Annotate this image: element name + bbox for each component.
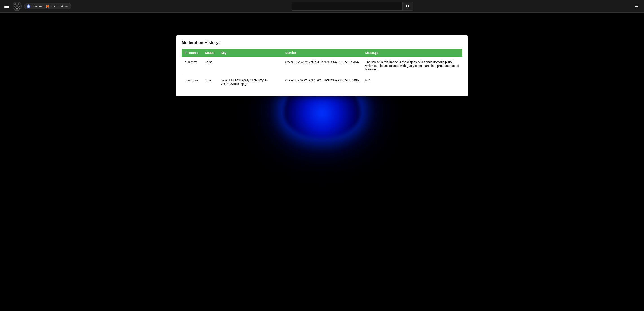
cell-message: The threat in this image is the display … <box>362 57 462 75</box>
panel-title: Moderation History: <box>182 40 462 45</box>
navbar-center <box>71 2 633 11</box>
svg-point-5 <box>14 6 15 7</box>
navbar-right: + <box>633 2 640 10</box>
cell-message: N/A <box>362 75 462 90</box>
search-icon <box>406 5 410 8</box>
moderation-panel: Moderation History: Filename Status Key … <box>176 35 468 97</box>
svg-point-6 <box>19 6 20 7</box>
svg-point-2 <box>16 5 18 8</box>
table-header: Filename Status Key Sender Message <box>182 49 462 57</box>
search-button[interactable] <box>402 2 413 11</box>
cell-sender: 0x7aCB8c6792477f7b201b7F3ECfAc93E554Bf04… <box>282 75 362 90</box>
cell-sender: 0x7aCB8c6792477f7b201b7F3ECfAc93E554Bf04… <box>282 57 362 75</box>
cell-status: False <box>202 57 218 75</box>
ethereum-icon <box>27 5 30 8</box>
navbar-left: Ethereum 🦊 0x7...46A ⋯ <box>4 2 71 11</box>
svg-point-4 <box>16 8 18 9</box>
table-row: good.movTrueJyoF_hL2lbOE2j6Hy0JrS4BQj11-… <box>182 75 462 90</box>
wallet-address-short: 0x7...46A <box>51 5 63 8</box>
search-container <box>292 2 413 11</box>
col-header-sender: Sender <box>282 49 362 57</box>
svg-point-7 <box>15 4 16 5</box>
navbar: Ethereum 🦊 0x7...46A ⋯ + <box>0 0 644 13</box>
cell-filename: good.mov <box>182 75 202 90</box>
col-header-key: Key <box>218 49 282 57</box>
network-label: Ethereum <box>32 5 44 8</box>
app-logo <box>12 2 22 11</box>
add-button[interactable]: + <box>633 2 640 10</box>
col-header-filename: Filename <box>182 49 202 57</box>
svg-point-3 <box>16 4 18 5</box>
cell-status: True <box>202 75 218 90</box>
hamburger-button[interactable] <box>4 4 10 9</box>
cell-key <box>218 57 282 75</box>
col-header-status: Status <box>202 49 218 57</box>
svg-point-8 <box>18 8 19 8</box>
cell-key: JyoF_hL2lbOE2j6Hy0JrS4BQj11-7QT8b3AbNUbp… <box>218 75 282 90</box>
table-row: gun.movFalse0x7aCB8c6792477f7b201b7F3ECf… <box>182 57 462 75</box>
col-header-message: Message <box>362 49 462 57</box>
svg-line-12 <box>408 7 409 8</box>
table-body: gun.movFalse0x7aCB8c6792477f7b201b7F3ECf… <box>182 57 462 89</box>
cell-filename: gun.mov <box>182 57 202 75</box>
svg-point-9 <box>18 4 19 5</box>
search-input[interactable] <box>292 2 402 11</box>
wallet-more-button[interactable]: ⋯ <box>64 4 69 8</box>
main-content: Moderation History: Filename Status Key … <box>0 35 644 311</box>
svg-point-10 <box>15 8 16 8</box>
moderation-table: Filename Status Key Sender Message gun.m… <box>182 49 462 89</box>
wallet-tag[interactable]: Ethereum 🦊 0x7...46A ⋯ <box>24 3 71 10</box>
metamask-icon: 🦊 <box>46 5 49 8</box>
